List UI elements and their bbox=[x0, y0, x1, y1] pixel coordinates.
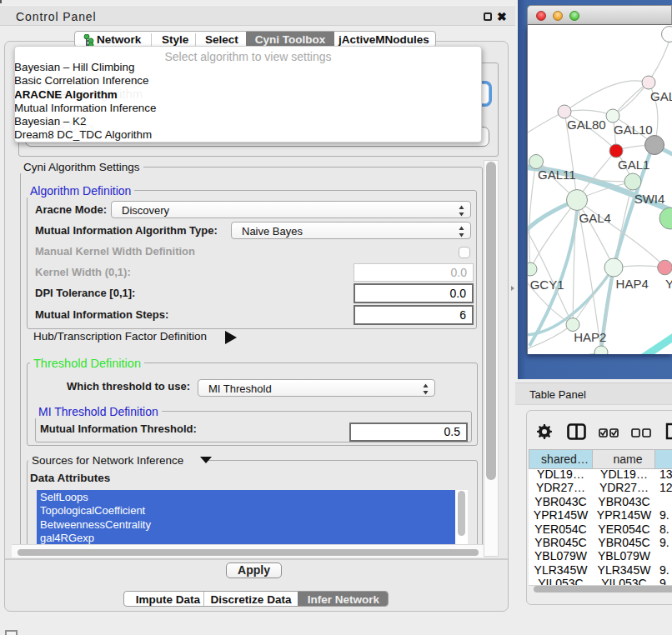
svg-text:GAL11: GAL11 bbox=[538, 168, 576, 182]
svg-text:GAL2: GAL2 bbox=[650, 89, 672, 103]
svg-text:GAL10: GAL10 bbox=[614, 122, 653, 137]
svg-text:HAP2: HAP2 bbox=[574, 330, 606, 344]
svg-text:GAL1: GAL1 bbox=[618, 158, 649, 172]
svg-text:GCY1: GCY1 bbox=[530, 278, 564, 292]
svg-text:HAP4: HAP4 bbox=[616, 277, 649, 291]
svg-text:GAL80: GAL80 bbox=[567, 118, 606, 132]
svg-text:SWI4: SWI4 bbox=[634, 192, 665, 206]
svg-text:GAL4: GAL4 bbox=[579, 211, 611, 225]
svg-text:YBR0: YBR0 bbox=[665, 277, 672, 291]
